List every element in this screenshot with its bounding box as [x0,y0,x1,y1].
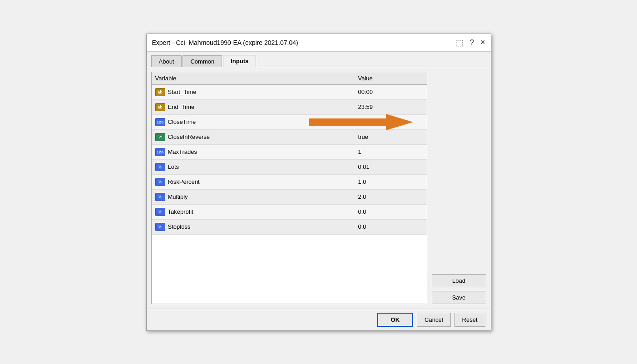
table-row[interactable]: ½RiskPercent1.0 [152,174,427,189]
value-text: 0.0 [358,223,366,230]
svg-marker-0 [309,114,413,130]
value-cell: 1.0 [355,174,427,189]
type-icon: 123 [155,148,165,156]
table-row[interactable]: ↗CloseInReversetrue [152,129,427,144]
variable-name: CloseInReverse [168,133,210,140]
cancel-button[interactable]: Cancel [417,313,450,327]
close-button[interactable]: × [480,38,485,47]
table-row[interactable]: ½Takeprofit0.0 [152,204,427,219]
content-area: Variable Value abStart_Time00:00abEnd_Ti… [147,67,491,309]
type-icon: ½ [155,208,165,216]
table-row[interactable]: 123CloseTime999 [152,114,427,129]
table-row[interactable]: ½Stoploss0.0 [152,219,427,234]
tab-bar: About Common Inputs [147,52,491,67]
value-cell: 1 [355,144,427,159]
inputs-table: Variable Value abStart_Time00:00abEnd_Ti… [152,72,427,235]
ok-button[interactable]: OK [377,313,414,327]
variable-cell: ½Stoploss [152,219,355,234]
value-text: 1 [358,148,361,155]
value-cell: 0.0 [355,204,427,219]
value-text: 00:00 [358,89,373,95]
variable-cell: abStart_Time [152,84,355,99]
table-row[interactable]: ½Multiply2.0 [152,189,427,204]
type-icon: ½ [155,178,165,186]
type-icon: ½ [155,223,165,231]
variable-name: CloseTime [168,118,196,125]
bottom-bar: OK Cancel Reset [147,309,491,330]
variable-name: Takeprofit [168,208,193,215]
variable-cell: ½RiskPercent [152,174,355,189]
type-icon: ab [155,103,165,111]
type-icon: ↗ [155,133,165,141]
orange-arrow [309,114,413,130]
table-row[interactable]: 123MaxTrades1 [152,144,427,159]
variable-cell: abEnd_Time [152,99,355,114]
variable-cell: ½Takeprofit [152,204,355,219]
table-row[interactable]: ½Lots0.01 [152,159,427,174]
sidebar-buttons: Load Save [432,72,486,304]
value-text: true [358,133,368,140]
title-bar: Expert - Cci_Mahmoud1990-EA (expire 2021… [147,34,491,52]
table-row[interactable]: abEnd_Time23:59 [152,99,427,114]
variable-cell: ½Multiply [152,189,355,204]
col-variable: Variable [152,72,355,85]
value-text: 1.0 [358,178,366,185]
value-cell: 0.0 [355,219,427,234]
value-cell: 0.01 [355,159,427,174]
title-bar-left: Expert - Cci_Mahmoud1990-EA (expire 2021… [152,39,298,46]
variable-name: Lots [168,163,179,170]
value-text: 0.01 [358,163,370,170]
type-icon: 123 [155,118,165,126]
expert-dialog: Expert - Cci_Mahmoud1990-EA (expire 2021… [146,34,491,331]
inputs-table-container: Variable Value abStart_Time00:00abEnd_Ti… [151,72,427,304]
value-cell: 23:59 [355,99,427,114]
variable-name: End_Time [168,103,195,110]
variable-cell: ½Lots [152,159,355,174]
value-cell: 00:00 [355,84,427,99]
sidebar-spacer [432,74,486,271]
variable-cell: ↗CloseInReverse [152,129,355,144]
variable-name: Stoploss [168,223,191,230]
value-text: 23:59 [358,103,373,110]
type-icon: ½ [155,193,165,201]
variable-name: Multiply [168,193,188,200]
value-text: 2.0 [358,193,366,200]
value-cell: true [355,129,427,144]
table-wrapper[interactable]: Variable Value abStart_Time00:00abEnd_Ti… [152,72,427,304]
tab-common[interactable]: Common [183,55,222,67]
title-bar-controls: ⬚ ? × [456,38,485,48]
tab-inputs[interactable]: Inputs [223,55,256,67]
variable-name: Start_Time [168,89,197,95]
load-button[interactable]: Load [432,274,486,287]
reset-button[interactable]: Reset [454,313,485,327]
value-cell: 2.0 [355,189,427,204]
table-header-row: Variable Value [152,72,427,85]
type-icon: ½ [155,163,165,171]
value-text: 0.0 [358,208,366,215]
tab-about[interactable]: About [151,55,182,67]
variable-cell: 123MaxTrades [152,144,355,159]
help-button[interactable]: ? [470,39,474,47]
dialog-title: Expert - Cci_Mahmoud1990-EA (expire 2021… [152,39,298,46]
type-icon: ab [155,88,165,96]
variable-name: RiskPercent [168,178,200,185]
variable-name: MaxTrades [168,148,198,155]
col-value: Value [355,72,427,85]
value-cell: 999 [355,114,427,129]
cursor-icon: ⬚ [456,38,464,48]
save-button[interactable]: Save [432,291,486,304]
table-row[interactable]: abStart_Time00:00 [152,84,427,99]
